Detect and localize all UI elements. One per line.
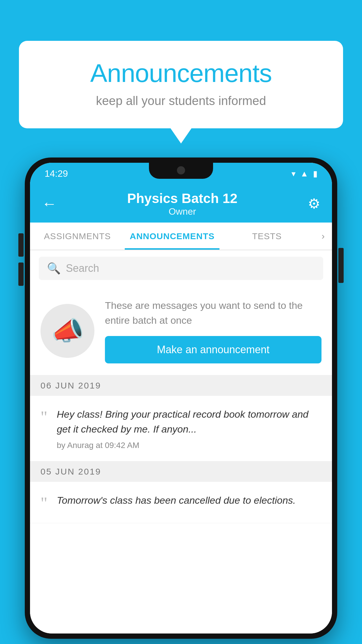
announce-item-text-1: Hey class! Bring your practical record b… xyxy=(57,407,321,437)
tab-assignments[interactable]: ASSIGNMENTS xyxy=(30,223,125,250)
phone-container: 14:29 ▾ ▲ ▮ ← Physics Batch 12 Owner ⚙ xyxy=(25,158,337,644)
search-placeholder: Search xyxy=(66,262,99,274)
announce-item-content-2: Tomorrow's class has been cancelled due … xyxy=(57,493,321,512)
phone-outer: 14:29 ▾ ▲ ▮ ← Physics Batch 12 Owner ⚙ xyxy=(25,158,337,639)
announcement-item-1[interactable]: " Hey class! Bring your practical record… xyxy=(30,396,332,461)
search-bar-container: 🔍 Search xyxy=(30,250,332,286)
date-label-2: 05 JUN 2019 xyxy=(41,467,101,476)
wifi-icon: ▾ xyxy=(291,169,296,178)
announce-item-text-2: Tomorrow's class has been cancelled due … xyxy=(57,493,321,508)
volume-down-button[interactable] xyxy=(18,262,24,286)
date-section-1: 06 JUN 2019 xyxy=(30,375,332,396)
announce-icon-circle: 📣 xyxy=(41,304,94,358)
app-bar: ← Physics Batch 12 Owner ⚙ xyxy=(30,185,332,223)
announce-intro-block: 📣 These are messages you want to send to… xyxy=(30,286,332,375)
announce-description: These are messages you want to send to t… xyxy=(105,298,321,328)
speech-bubble-subtitle: keep all your students informed xyxy=(42,94,320,108)
tab-tests[interactable]: TESTS xyxy=(219,223,314,250)
back-button[interactable]: ← xyxy=(42,196,57,211)
tabs-bar: ASSIGNMENTS ANNOUNCEMENTS TESTS › xyxy=(30,223,332,250)
phone-screen: 14:29 ▾ ▲ ▮ ← Physics Batch 12 Owner ⚙ xyxy=(30,163,332,634)
content-area: 🔍 Search 📣 These are messages you want t… xyxy=(30,250,332,634)
quote-icon-1: " xyxy=(41,409,48,426)
camera xyxy=(177,166,185,174)
status-time: 14:29 xyxy=(45,168,68,179)
signal-icon: ▲ xyxy=(300,169,308,178)
make-announcement-button[interactable]: Make an announcement xyxy=(105,336,321,363)
announce-item-meta-1: by Anurag at 09:42 AM xyxy=(57,441,321,450)
announce-intro-text-group: These are messages you want to send to t… xyxy=(105,298,321,363)
volume-up-button[interactable] xyxy=(18,233,24,257)
tab-more-button[interactable]: › xyxy=(314,223,332,250)
announcement-item-2[interactable]: " Tomorrow's class has been cancelled du… xyxy=(30,482,332,523)
status-icons: ▾ ▲ ▮ xyxy=(291,169,317,178)
app-bar-title: Physics Batch 12 xyxy=(57,190,308,206)
speech-bubble-title: Announcements xyxy=(42,58,320,88)
notch xyxy=(149,163,213,179)
quote-icon-2: " xyxy=(41,495,48,512)
search-icon: 🔍 xyxy=(47,262,61,275)
search-input-wrap[interactable]: 🔍 Search xyxy=(39,257,323,280)
app-bar-title-group: Physics Batch 12 Owner xyxy=(57,190,308,217)
settings-button[interactable]: ⚙ xyxy=(308,195,320,212)
date-label-1: 06 JUN 2019 xyxy=(41,381,101,390)
tab-announcements[interactable]: ANNOUNCEMENTS xyxy=(125,223,219,250)
announce-item-content-1: Hey class! Bring your practical record b… xyxy=(57,407,321,450)
speech-bubble-card: Announcements keep all your students inf… xyxy=(19,41,343,128)
battery-icon: ▮ xyxy=(313,169,317,178)
app-bar-subtitle: Owner xyxy=(57,206,308,217)
megaphone-icon: 📣 xyxy=(51,316,84,346)
date-section-2: 05 JUN 2019 xyxy=(30,461,332,482)
power-button[interactable] xyxy=(338,248,344,283)
